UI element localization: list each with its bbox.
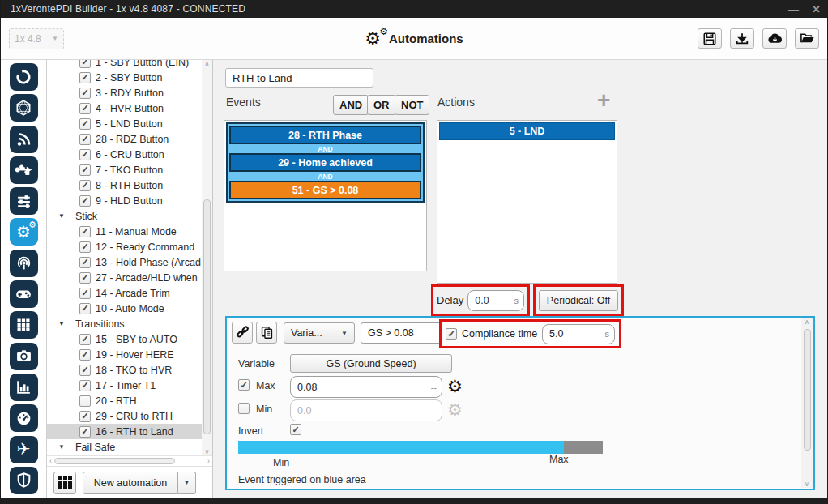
tree-item-checkbox[interactable]: ✓ [79, 118, 91, 130]
tree-item-checkbox[interactable]: ✓ [79, 72, 91, 83]
periodical-button[interactable]: Periodical: Off [539, 290, 618, 311]
threshold-slider[interactable] [238, 441, 603, 454]
copy-button[interactable] [256, 322, 277, 344]
tree-item[interactable]: ✓17 - Timer T1 [47, 378, 202, 393]
invert-checkbox[interactable]: ✓ [290, 424, 301, 435]
scrollbar-thumb[interactable] [804, 329, 811, 451]
link-button[interactable] [232, 322, 253, 344]
sidebar-gamepad-icon[interactable] [10, 280, 38, 308]
tree-item[interactable]: ✓4 - HVR Button [47, 100, 202, 116]
tree-item[interactable]: ✓11 - Manual Mode [47, 224, 202, 239]
tree-item[interactable]: ✓10 - Auto Mode [47, 301, 202, 316]
tree-item-checkbox[interactable]: ✓ [79, 241, 91, 253]
tree-item-checkbox[interactable]: ✓ [79, 226, 91, 237]
not-operator-button[interactable]: NOT [395, 95, 429, 115]
tree-item[interactable]: ✓15 - SBY to AUTO [47, 331, 202, 347]
scroll-up-icon[interactable]: ∧ [805, 318, 809, 326]
scroll-up-icon[interactable]: ∧ [205, 60, 210, 67]
tree-item[interactable]: ✓1 - SBY Button (EIN) [47, 60, 202, 70]
close-button[interactable]: ✕ [812, 4, 821, 15]
scroll-down-icon[interactable]: ∨ [805, 481, 809, 488]
scroll-down-icon[interactable]: ∨ [205, 448, 210, 455]
event-group[interactable]: 28 - RTH PhaseAND29 - Home achievedAND51… [226, 122, 425, 203]
triangle-down-icon[interactable]: ▼ [58, 443, 65, 451]
tree-item[interactable]: ✓16 - RTH to Land [47, 424, 202, 439]
tree-item-checkbox[interactable]: ✓ [79, 349, 91, 361]
tree-item-checkbox[interactable]: ✓ [79, 134, 91, 145]
tree-item-checkbox[interactable]: ✓ [79, 411, 91, 422]
tree-item[interactable]: ✓29 - CRU to RTH [47, 408, 202, 424]
minimize-button[interactable]: — [788, 4, 799, 15]
tree-section[interactable]: ▼Fail Safe [47, 439, 202, 455]
tree-item[interactable]: ✓6 - CRU Button [47, 147, 202, 162]
download-button[interactable] [730, 28, 754, 49]
tree-section[interactable]: ▼Transitions [47, 316, 202, 331]
tree-item[interactable]: ✓2 - SBY Button [47, 70, 202, 85]
tree-item-checkbox[interactable]: ✓ [79, 334, 91, 345]
sidebar-telemetry-icon[interactable] [10, 126, 38, 153]
sidebar-automations-gears-icon[interactable]: ⚙⚙ [10, 218, 38, 246]
tree-item[interactable]: ✓19 - Hover HERE [47, 347, 202, 362]
sidebar-camera-icon[interactable] [10, 343, 38, 370]
scroll-right-icon[interactable]: › [207, 457, 210, 465]
tree-item-checkbox[interactable]: ✓ [79, 426, 91, 438]
scrollbar-thumb[interactable] [203, 199, 211, 434]
sidebar-plane-icon[interactable]: ✈ [10, 436, 38, 463]
device-selector[interactable]: 1x 4.8 ▼ [9, 28, 64, 49]
tree-item[interactable]: ✓13 - Hold Phase (Arcad [47, 254, 202, 270]
tree-item[interactable]: 20 - RTH [47, 393, 202, 408]
max-checkbox[interactable]: ✓ [238, 379, 250, 391]
compliance-checkbox[interactable]: ✓ [446, 328, 457, 340]
tree-item[interactable]: ✓14 - Arcade Trim [47, 285, 202, 301]
or-operator-button[interactable]: OR [367, 95, 396, 115]
save-button[interactable] [698, 28, 722, 49]
automation-grid-button[interactable] [53, 472, 76, 494]
plus-icon[interactable]: + [597, 89, 610, 112]
tree-item-checkbox[interactable]: ✓ [79, 288, 91, 299]
tree-horizontal-scrollbar[interactable]: ‹ › [47, 455, 212, 466]
new-automation-dropdown[interactable]: ▼ [178, 472, 196, 494]
open-folder-button[interactable] [795, 28, 819, 49]
tree-item-checkbox[interactable] [79, 395, 91, 407]
tree-item-checkbox[interactable]: ✓ [79, 257, 91, 268]
editor-scrollbar[interactable]: ∧ ∨ [801, 318, 813, 488]
scrollbar-thumb[interactable] [54, 458, 175, 464]
triangle-down-icon[interactable]: ▼ [58, 212, 65, 220]
compliance-input[interactable] [543, 328, 614, 340]
tree-item[interactable]: ✓8 - RTH Button [47, 177, 202, 193]
event-block[interactable]: 28 - RTH Phase [229, 126, 421, 144]
variable-button[interactable]: GS (Ground Speed) [290, 354, 452, 373]
sidebar-grid-icon[interactable] [10, 311, 38, 339]
sidebar-sliders-icon[interactable] [10, 187, 38, 215]
sidebar-chart-icon[interactable] [10, 374, 38, 401]
tree-vertical-scrollbar[interactable]: ∧ ∨ [202, 60, 212, 455]
tree-item[interactable]: ✓7 - TKO Button [47, 162, 202, 177]
sidebar-usb-icon[interactable] [10, 156, 38, 184]
tree-item-checkbox[interactable]: ✓ [79, 164, 91, 176]
sidebar-platform-hexagon-icon[interactable] [10, 94, 38, 122]
tree-item-checkbox[interactable]: ✓ [79, 303, 91, 314]
tree-item[interactable]: ✓3 - RDY Button [47, 85, 202, 100]
tree-item-checkbox[interactable]: ✓ [79, 103, 91, 114]
sidebar-podcast-icon[interactable] [10, 250, 38, 277]
tree-item-checkbox[interactable]: ✓ [79, 88, 91, 99]
tree-item-checkbox[interactable]: ✓ [79, 380, 91, 391]
new-automation-button[interactable]: New automation [83, 472, 178, 494]
sidebar-gauge-icon[interactable] [10, 404, 38, 432]
tree-item[interactable]: ✓9 - HLD Button [47, 193, 202, 208]
max-gear-icon[interactable]: ⚙ [447, 378, 463, 395]
tree-item[interactable]: ✓27 - Arcade/HLD when [47, 270, 202, 285]
scroll-left-icon[interactable]: ‹ [49, 457, 52, 465]
tree-item[interactable]: ✓18 - TKO to HVR [47, 362, 202, 378]
event-block[interactable]: 51 - GS > 0.08 [229, 181, 421, 199]
tree-section[interactable]: ▼Stick [47, 208, 202, 224]
and-operator-button[interactable]: AND [333, 95, 369, 115]
automation-name-input[interactable] [225, 68, 373, 88]
min-input[interactable] [291, 405, 442, 416]
min-checkbox[interactable] [238, 403, 250, 414]
max-input[interactable] [291, 382, 442, 393]
event-block[interactable]: 29 - Home achieved [229, 153, 421, 172]
tree-item-checkbox[interactable]: ✓ [79, 365, 91, 376]
event-type-selector[interactable]: Varia... ▼ [284, 322, 355, 344]
tree-item[interactable]: ✓5 - LND Button [47, 116, 202, 131]
